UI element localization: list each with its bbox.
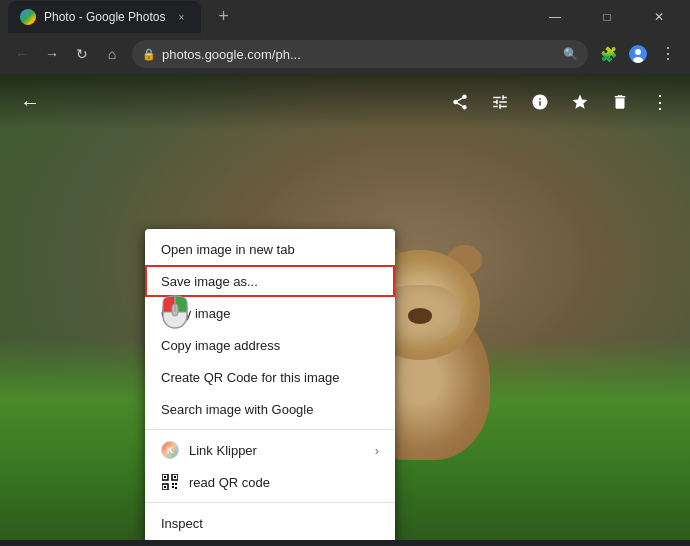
home-button[interactable]: ⌂ bbox=[98, 40, 126, 68]
svg-rect-12 bbox=[172, 483, 174, 485]
viewer-header: ← bbox=[0, 74, 690, 130]
context-menu-read-qr-code[interactable]: read QR code bbox=[145, 466, 395, 498]
svg-rect-7 bbox=[164, 476, 166, 478]
active-tab[interactable]: Photo - Google Photos × bbox=[8, 1, 201, 33]
forward-button[interactable]: → bbox=[38, 40, 66, 68]
tab-close-button[interactable]: × bbox=[173, 9, 189, 25]
address-text: photos.google.com/ph... bbox=[162, 47, 557, 62]
share-button[interactable] bbox=[442, 84, 478, 120]
extensions-button[interactable]: 🧩 bbox=[594, 40, 622, 68]
profile-icon bbox=[629, 45, 647, 63]
profile-button[interactable] bbox=[624, 40, 652, 68]
submenu-arrow-icon: › bbox=[375, 443, 379, 458]
photo-viewer: ← bbox=[0, 74, 690, 540]
context-menu-open-new-tab[interactable]: Open image in new tab bbox=[145, 233, 395, 265]
qr-code-icon bbox=[161, 473, 179, 491]
delete-icon bbox=[611, 93, 629, 111]
maximize-button[interactable]: □ bbox=[584, 0, 630, 34]
context-menu-divider bbox=[145, 429, 395, 430]
browser-toolbar: ← → ↻ ⌂ 🔒 photos.google.com/ph... 🔍 🧩 ⋮ bbox=[0, 34, 690, 74]
extensions-icon: 🧩 bbox=[600, 46, 617, 62]
share-icon bbox=[451, 93, 469, 111]
svg-rect-9 bbox=[174, 476, 176, 478]
bear-nose bbox=[408, 308, 432, 324]
more-icon: ⋮ bbox=[660, 46, 676, 62]
mouse-cursor-icon bbox=[155, 284, 195, 334]
svg-rect-15 bbox=[175, 487, 177, 489]
viewer-back-button[interactable]: ← bbox=[12, 84, 48, 120]
svg-point-1 bbox=[635, 49, 641, 55]
svg-rect-11 bbox=[164, 486, 166, 488]
viewer-more-icon: ⋮ bbox=[651, 91, 669, 113]
tune-icon bbox=[491, 93, 509, 111]
tune-button[interactable] bbox=[482, 84, 518, 120]
tab-title: Photo - Google Photos bbox=[44, 10, 165, 24]
context-menu-divider-2 bbox=[145, 502, 395, 503]
minimize-button[interactable]: — bbox=[532, 0, 578, 34]
info-button[interactable] bbox=[522, 84, 558, 120]
context-menu: Open image in new tab Save image as... C… bbox=[145, 229, 395, 540]
close-button[interactable]: ✕ bbox=[636, 0, 682, 34]
context-menu-link-klipper[interactable]: K Link Klipper › bbox=[145, 434, 395, 466]
back-arrow-icon: ← bbox=[20, 91, 40, 114]
title-bar: Photo - Google Photos × + — □ ✕ bbox=[0, 0, 690, 34]
info-icon bbox=[531, 93, 549, 111]
back-button[interactable]: ← bbox=[8, 40, 36, 68]
window-controls: — □ ✕ bbox=[532, 0, 682, 34]
klipper-icon: K bbox=[161, 441, 179, 459]
search-icon: 🔍 bbox=[563, 47, 578, 61]
reload-button[interactable]: ↻ bbox=[68, 40, 96, 68]
viewer-more-button[interactable]: ⋮ bbox=[642, 84, 678, 120]
viewer-action-buttons: ⋮ bbox=[442, 84, 678, 120]
tab-favicon bbox=[20, 9, 36, 25]
new-tab-button[interactable]: + bbox=[209, 2, 237, 30]
context-menu-inspect[interactable]: Inspect bbox=[145, 507, 395, 539]
star-icon bbox=[571, 93, 589, 111]
svg-rect-14 bbox=[172, 486, 174, 488]
context-menu-create-qr-code[interactable]: Create QR Code for this image bbox=[145, 361, 395, 393]
delete-button[interactable] bbox=[602, 84, 638, 120]
favorite-button[interactable] bbox=[562, 84, 598, 120]
lock-icon: 🔒 bbox=[142, 48, 156, 61]
more-menu-button[interactable]: ⋮ bbox=[654, 40, 682, 68]
context-menu-search-image[interactable]: Search image with Google bbox=[145, 393, 395, 425]
address-bar[interactable]: 🔒 photos.google.com/ph... 🔍 bbox=[132, 40, 588, 68]
svg-point-2 bbox=[633, 57, 643, 63]
svg-rect-13 bbox=[175, 483, 177, 485]
